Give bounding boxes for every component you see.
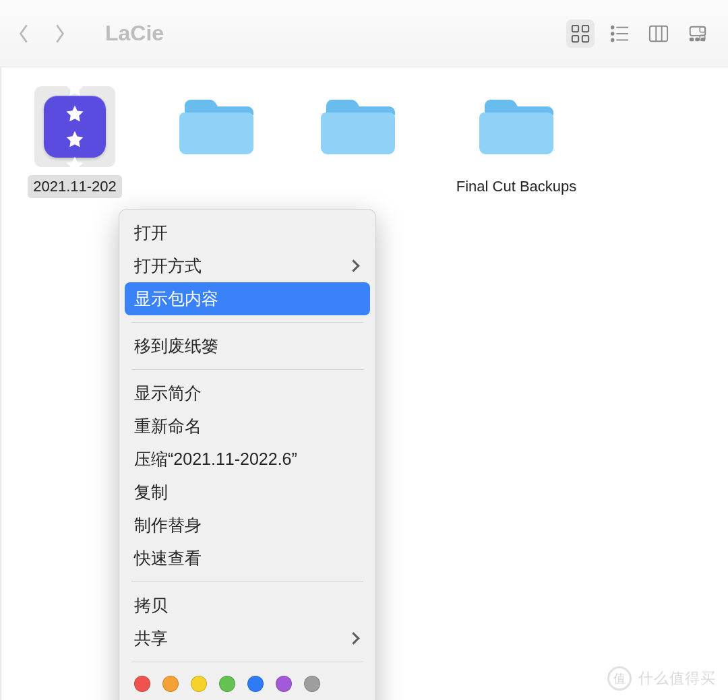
view-mode-group [566,20,712,48]
imovie-library-icon [44,96,106,158]
file-item-folder[interactable] [307,86,408,187]
menu-separator [131,369,363,370]
svg-rect-0 [572,25,578,31]
svg-rect-3 [582,35,588,41]
menu-compress[interactable]: 压缩“2021.11-2022.6” [119,443,375,476]
menu-share[interactable]: 共享 [119,622,375,655]
svg-point-8 [611,38,614,41]
svg-point-6 [611,32,614,35]
column-view-button[interactable] [644,20,673,48]
nav-group: LaCie [16,21,164,46]
svg-rect-18 [700,35,705,40]
menu-rename[interactable]: 重新命名 [119,410,375,443]
menu-copy[interactable]: 拷贝 [119,589,375,622]
location-title: LaCie [105,21,164,46]
folder-icon [479,96,553,157]
tag-color-dot[interactable] [219,676,235,692]
group-by-button[interactable] [698,20,715,48]
tag-color-dot[interactable] [304,676,320,692]
file-item-folder[interactable] [166,86,267,187]
menu-move-to-trash[interactable]: 移到废纸篓 [119,329,375,362]
file-item-app[interactable]: 2021.11-202 [24,86,125,198]
file-item-folder[interactable]: Final Cut Backups [449,86,584,198]
folder-icon-wrap [176,86,257,167]
folder-icon [179,96,253,157]
folder-icon-wrap [476,86,557,167]
menu-separator [131,322,363,323]
list-view-button[interactable] [605,20,634,48]
menu-open-with[interactable]: 打开方式 [119,249,375,282]
menu-separator [131,581,363,582]
menu-get-info[interactable]: 显示简介 [119,377,375,410]
finder-toolbar: LaCie [0,0,728,67]
file-label: 2021.11-202 [28,175,122,198]
folder-icon-wrap [317,86,398,167]
tag-color-dot[interactable] [276,676,292,692]
menu-tags[interactable]: 标签… [119,696,375,700]
watermark: 值 什么值得买 [607,666,716,691]
svg-rect-14 [690,38,694,40]
icon-view-button[interactable] [566,20,595,48]
svg-point-4 [611,26,614,28]
menu-separator [131,662,363,662]
file-label [211,179,222,185]
watermark-text: 什么值得买 [638,668,716,689]
tag-color-dot[interactable] [247,676,264,692]
svg-rect-17 [700,27,705,32]
menu-tag-colors [119,669,375,696]
file-label [353,179,363,185]
file-label: Final Cut Backups [451,175,582,198]
tag-color-dot[interactable] [191,676,207,692]
menu-quick-look[interactable]: 快速查看 [119,542,375,575]
left-divider [0,67,8,700]
tag-color-dot[interactable] [162,676,179,692]
svg-rect-10 [650,26,667,41]
back-button[interactable] [16,26,32,42]
menu-open[interactable]: 打开 [119,216,375,249]
content-area: 2021.11-202 [0,67,728,700]
files-row: 2021.11-202 [24,86,704,198]
context-menu: 打开 打开方式 显示包内容 移到废纸篓 显示简介 重新命名 压缩“2021.11… [119,209,376,700]
menu-make-alias[interactable]: 制作替身 [119,509,375,542]
menu-duplicate[interactable]: 复制 [119,476,375,509]
app-icon-wrap [34,86,115,167]
folder-icon [321,96,395,157]
watermark-badge: 值 [607,666,632,691]
tag-color-dot[interactable] [134,676,150,692]
menu-show-package-contents[interactable]: 显示包内容 [125,282,370,315]
svg-rect-2 [572,35,578,41]
svg-rect-1 [582,25,588,31]
forward-button[interactable] [51,26,67,42]
